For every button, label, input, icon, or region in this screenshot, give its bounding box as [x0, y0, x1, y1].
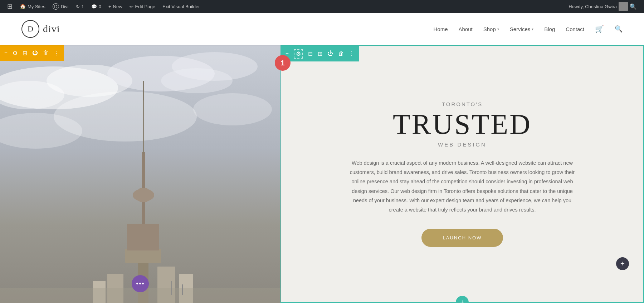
edit-page-link[interactable]: ✏ Edit Page	[126, 0, 159, 13]
nav-contact[interactable]: Contact	[566, 26, 584, 32]
right-content-panel: + ⚙ ⊟ ⊞ ⏻ 🗑 ⋮ 1 TORONTO'S TRUSTED WEB DE…	[280, 45, 644, 303]
hero-bg-image	[0, 45, 280, 303]
search-icon[interactable]: 🔍	[630, 3, 637, 10]
torontos-label: TORONTO'S	[348, 101, 577, 107]
more-module-icon[interactable]: ⋮	[349, 50, 355, 57]
trash-icon[interactable]: 🗑	[43, 50, 49, 56]
layout-icon[interactable]: ⊞	[23, 50, 27, 56]
site-header: D divi Home About Shop ▾ Services ▾ Blog…	[0, 13, 644, 45]
avatar	[619, 2, 628, 11]
nav-about[interactable]: About	[458, 26, 472, 32]
grid-module-icon[interactable]: ⊞	[318, 50, 322, 57]
hero-content: TORONTO'S TRUSTED WEB DESIGN Web design …	[319, 87, 605, 261]
trusted-heading: TRUSTED	[348, 110, 577, 139]
left-column-toolbar[interactable]: + ⚙ ⊞ ⏻ 🗑 ⋮	[0, 45, 64, 61]
cart-icon[interactable]: 🛒	[595, 25, 604, 33]
nav-home[interactable]: Home	[433, 26, 448, 32]
user-greeting[interactable]: Howdy, Christina Gwira 🔍	[565, 0, 640, 13]
add-section-button[interactable]: +	[616, 257, 629, 270]
settings-module-icon[interactable]: ⚙	[294, 49, 303, 59]
comments-link[interactable]: 💬 0	[88, 0, 105, 13]
settings-icon[interactable]: ⚙	[13, 50, 18, 56]
power-module-icon[interactable]: ⏻	[327, 50, 333, 57]
row-options-button[interactable]: •••	[132, 275, 149, 292]
add-row-below-button[interactable]: +	[456, 296, 469, 303]
row-number-badge: 1	[275, 55, 291, 71]
my-sites[interactable]: 🏠 My Sites	[16, 0, 49, 13]
wp-logo[interactable]: ⊞	[4, 0, 16, 13]
launch-now-button[interactable]: LAUNCH NOW	[421, 229, 503, 247]
shop-chevron: ▾	[497, 27, 499, 31]
web-design-label: WEB DESIGN	[348, 141, 577, 148]
admin-bar-right: Howdy, Christina Gwira 🔍	[565, 0, 640, 13]
admin-bar: ⊞ 🏠 My Sites D Divi ↻ 1 💬 0 + New ✏ Edit…	[0, 0, 644, 13]
nav-shop[interactable]: Shop ▾	[483, 26, 499, 32]
new-link[interactable]: + New	[105, 0, 126, 13]
left-image-panel: + ⚙ ⊞ ⏻ 🗑 ⋮ •••	[0, 45, 280, 303]
columns-module-icon[interactable]: ⊟	[308, 50, 313, 57]
trash-module-icon[interactable]: 🗑	[338, 50, 344, 57]
exit-builder-link[interactable]: Exit Visual Builder	[159, 0, 204, 13]
nav-search-icon[interactable]: 🔍	[615, 25, 623, 33]
main-content: + ⚙ ⊞ ⏻ 🗑 ⋮ ••• + ⚙ ⊟ ⊞ ⏻ 🗑 ⋮ 1 TOR	[0, 45, 644, 303]
updates-link[interactable]: ↻ 1	[72, 0, 88, 13]
more-icon[interactable]: ⋮	[54, 50, 59, 56]
right-column-toolbar[interactable]: + ⚙ ⊟ ⊞ ⏻ 🗑 ⋮	[281, 46, 359, 61]
nav-blog[interactable]: Blog	[544, 26, 555, 32]
logo-text: divi	[43, 23, 60, 35]
divi-link[interactable]: D Divi	[49, 0, 72, 13]
power-icon[interactable]: ⏻	[32, 50, 38, 56]
add-column-icon[interactable]: +	[4, 50, 8, 56]
hero-body-text: Web design is a crucial aspect of any mo…	[348, 158, 577, 214]
services-chevron: ▾	[532, 27, 533, 31]
main-nav: Home About Shop ▾ Services ▾ Blog Contac…	[433, 25, 623, 33]
logo-icon: D	[21, 20, 39, 38]
nav-services[interactable]: Services ▾	[510, 26, 534, 32]
logo[interactable]: D divi	[21, 20, 60, 38]
